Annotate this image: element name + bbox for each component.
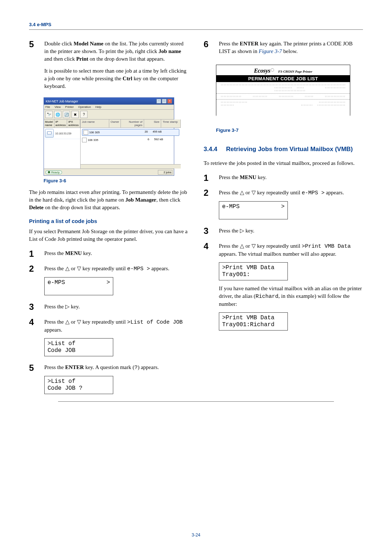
figure-3-6-caption: Figure 3-6: [44, 178, 188, 183]
globe-icon[interactable]: 🌐: [54, 111, 61, 118]
cj-step-3: 3 Press the ▷ key.: [29, 303, 188, 315]
figure-3-6-screenshot: KM-NET Job Manager − □ × File View Print…: [44, 97, 174, 176]
binoculars-icon[interactable]: 🔭: [45, 111, 53, 118]
printer-list-pane: Model name IP address IPX address 10.183…: [44, 119, 81, 169]
lcd-display: >Print VMB Data Tray001:Richard: [219, 312, 288, 331]
figure-3-7-caption: Figure 3-7: [216, 127, 363, 133]
menubar: File View Printer Operation Help: [44, 105, 174, 110]
menu-help[interactable]: Help: [95, 105, 101, 109]
col-ip-address[interactable]: IP address: [54, 119, 67, 127]
triangle-up-icon: △: [65, 265, 70, 271]
menu-printer[interactable]: Printer: [65, 105, 74, 109]
step-number: 5: [29, 40, 38, 94]
vmb-step-4: 4 Press the △ or ▽ key repeatedly until …: [204, 242, 363, 335]
printout-row: ::::::::::::::::::::::::::: ::::::::::::…: [216, 100, 350, 108]
code-jobs-heading: Printing a list of code jobs: [29, 218, 188, 224]
delete-note: The job remains intact even after printi…: [29, 189, 188, 211]
delete-icon[interactable]: ✖: [72, 111, 79, 118]
printer-icon: [45, 129, 54, 138]
col-owner[interactable]: Owner: [109, 119, 121, 127]
help-icon[interactable]: ?: [80, 111, 87, 118]
triangle-right-icon: ▷: [65, 303, 70, 309]
lcd-display: e-MPS>: [219, 201, 288, 219]
triangle-right-icon: ▷: [240, 227, 244, 234]
triangle-up-icon: △: [65, 319, 70, 325]
logo-ring-icon: [271, 68, 274, 72]
col-job-name[interactable]: Job name: [81, 119, 109, 127]
list-title-bar: PERMANENT CODE JOB LIST: [216, 75, 350, 82]
section-3-4-4-heading: 3.4.4 Retrieving Jobs from Virtual Mailb…: [204, 145, 363, 153]
triangle-down-icon: ▽: [252, 189, 256, 195]
triangle-up-icon: △: [240, 189, 244, 195]
code-jobs-intro: If you select Permanent Job Storage on t…: [29, 228, 188, 243]
job-row[interactable]: 106 335 6 592 kB: [81, 137, 181, 143]
job-row[interactable]: 106 305 20 455 kB: [82, 129, 180, 136]
step5-paragraph-1: Double click Model Name on the list. The…: [44, 40, 188, 63]
job-list-pane: Job name Owner Number of pages Size Time…: [81, 119, 181, 169]
vmb-step-1: 1 Press the MENU key.: [204, 174, 363, 186]
job-icon: [82, 138, 87, 142]
lcd-display: >List of Code JOB ?: [44, 376, 113, 394]
col-size[interactable]: Size: [144, 119, 161, 127]
cj-step-4: 4 Press the △ or ▽ key repeatedly until …: [29, 318, 188, 361]
alias-note: If you have named the virtual mailbox wi…: [219, 285, 363, 308]
maximize-button[interactable]: □: [162, 99, 167, 104]
vmb-step-3: 3 Press the ▷ key.: [204, 227, 363, 239]
cj-step-1: 1 Press the MENU key.: [29, 250, 188, 262]
printout-row: ::::::::::::::::::::::::::::::::::::::::…: [216, 94, 350, 100]
minimize-button[interactable]: −: [156, 99, 161, 104]
toolbar: 🔭 🌐 🔄 ✖ ?: [44, 110, 174, 119]
cj-step-5: 5 Press the ENTER key. A question mark (…: [29, 364, 188, 398]
step-6: 6 Press the ENTER key again. The printer…: [204, 40, 363, 60]
col-model-name[interactable]: Model name: [44, 119, 54, 127]
footer-rule: [58, 401, 334, 402]
triangle-down-icon: ▽: [77, 265, 81, 271]
printout-header: Ecosys FS-C8026N Page Printer: [216, 65, 350, 75]
lcd-display: >Print VMB Data Tray001:: [219, 262, 288, 280]
col-timestamp[interactable]: Time stamp: [161, 119, 181, 127]
refresh-icon[interactable]: 🔄: [63, 111, 70, 118]
status-bar: Ready 2 jobs: [44, 169, 174, 175]
cj-step-2: 2 Press the △ or ▽ key repeatedly until …: [29, 264, 188, 300]
figure-3-7-link[interactable]: Figure 3-7: [259, 48, 282, 54]
printer-row[interactable]: 10.183.53.239: [44, 128, 80, 139]
printout-row: :::::::::::::::::::::::::::::::::::: :::…: [216, 82, 350, 94]
menu-view[interactable]: View: [54, 105, 61, 109]
menu-file[interactable]: File: [45, 105, 50, 109]
lcd-display: e-MPS>: [44, 277, 113, 295]
left-column: 5 Double click Model Name on the list. T…: [29, 40, 188, 401]
vmb-step-2: 2 Press the △ or ▽ key repeatedly until …: [204, 189, 363, 224]
lcd-display: >List of Code JOB: [44, 338, 113, 356]
triangle-up-icon: △: [240, 243, 244, 249]
menu-operation[interactable]: Operation: [78, 105, 91, 109]
vmb-intro: To retrieve the jobs posted in the virtu…: [204, 159, 363, 167]
window-title: KM-NET Job Manager: [46, 100, 78, 103]
status-ready: Ready: [45, 170, 62, 174]
close-button[interactable]: ×: [167, 99, 172, 104]
status-job-count: 2 jobs: [158, 170, 172, 175]
status-dot-icon: [48, 171, 50, 173]
step5-paragraph-2: It is possible to select more than one j…: [44, 67, 188, 90]
job-icon: [83, 130, 88, 135]
ecosys-logo: Ecosys: [254, 67, 274, 74]
col-ipx-address[interactable]: IPX address: [67, 119, 80, 127]
right-column: 6 Press the ENTER key again. The printer…: [204, 40, 363, 401]
titlebar: KM-NET Job Manager − □ ×: [44, 98, 174, 105]
page-number: 3-24: [0, 532, 392, 538]
printer-ip: 10.183.53.239: [55, 132, 72, 135]
printer-model: FS-C8026N Page Printer: [278, 70, 313, 73]
step-5: 5 Double click Model Name on the list. T…: [29, 40, 188, 94]
figure-3-7-printout: Ecosys FS-C8026N Page Printer PERMANENT …: [216, 65, 350, 125]
triangle-down-icon: ▽: [77, 319, 81, 325]
triangle-down-icon: ▽: [252, 243, 256, 249]
page-header-section: 3.4 e-MPS: [29, 22, 363, 27]
horizontal-scrollbar[interactable]: [81, 164, 181, 169]
header-rule: [29, 29, 363, 30]
col-pages[interactable]: Number of pages: [121, 119, 144, 127]
